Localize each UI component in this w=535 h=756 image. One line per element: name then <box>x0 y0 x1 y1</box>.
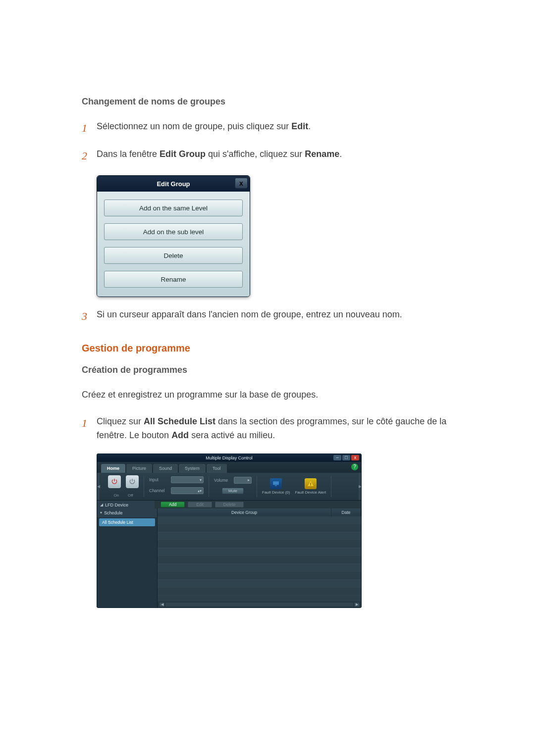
heading-change-group-names: Changement de noms de groupes <box>82 97 476 107</box>
svg-rect-2 <box>310 483 311 485</box>
grid-row <box>158 540 361 548</box>
input-select[interactable]: ▾ <box>171 476 204 483</box>
ribbon-group-fault: Fault Device (0) Fault Device Alert <box>257 476 331 497</box>
ribbon-group-power: On Off <box>101 476 144 497</box>
step-b1: 1 Cliquez sur All Schedule List dans la … <box>82 415 476 443</box>
ribbon: ◀ On Off <box>97 473 361 501</box>
step-number: 1 <box>82 415 97 443</box>
dialog-title: Edit Group <box>157 180 190 188</box>
schedule-add-button[interactable]: Add <box>160 502 185 507</box>
step-text: Cliquez sur All Schedule List dans la se… <box>97 415 476 443</box>
tree-schedule-label: Schedule <box>104 510 123 515</box>
step-number: 3 <box>82 308 97 325</box>
power-off-button[interactable] <box>126 475 139 488</box>
text: Sélectionnez un nom de groupe, puis cliq… <box>97 121 291 131</box>
volume-input[interactable]: ▸ <box>234 477 252 484</box>
add-same-level-button[interactable]: Add on the same Level <box>104 200 243 216</box>
step-number: 2 <box>82 148 97 164</box>
col-date[interactable]: Date <box>331 508 361 516</box>
scroll-right-icon[interactable]: ▶ <box>354 603 359 606</box>
grid-row <box>158 556 361 564</box>
step-text: Si un curseur apparaît dans l'ancien nom… <box>97 308 476 325</box>
svg-rect-3 <box>310 485 311 485</box>
grid-row <box>158 532 361 540</box>
fault-device-icon[interactable] <box>270 478 282 489</box>
scroll-left-icon[interactable]: ◀ <box>160 603 164 606</box>
power-icon <box>110 478 118 486</box>
tab-picture[interactable]: Picture <box>126 464 152 473</box>
window-maximize-button[interactable]: □ <box>342 455 350 460</box>
power-icon <box>128 478 136 486</box>
tree-lfd-device[interactable]: ◢ LFD Device <box>97 501 155 509</box>
input-label: Input <box>149 477 169 482</box>
volume-label: Volume <box>214 478 232 483</box>
intro-text: Créez et enregistrez un programme sur la… <box>82 388 476 402</box>
label-off: Off <box>128 493 133 498</box>
label-on: On <box>113 493 119 498</box>
step-text: Dans la fenêtre Edit Group qui s'affiche… <box>97 148 476 164</box>
warning-icon <box>307 480 314 487</box>
dialog-close-button[interactable]: x <box>235 178 248 189</box>
monitor-icon <box>272 481 279 487</box>
power-on-button[interactable] <box>108 475 121 488</box>
mdc-title: Multiple Display Control <box>206 455 253 460</box>
expand-icon: ◢ <box>100 503 103 507</box>
collapse-icon: ▾ <box>100 510 102 515</box>
fault-alert-icon[interactable] <box>305 478 317 489</box>
dialog-title-bar: Edit Group x <box>97 176 250 192</box>
schedule-edit-button[interactable]: Edit <box>188 502 212 507</box>
fault-device-label: Fault Device (0) <box>262 490 290 495</box>
channel-stepper[interactable]: ▴▾ <box>171 487 204 494</box>
schedule-delete-button[interactable]: Delete <box>215 502 244 507</box>
svg-rect-1 <box>275 485 277 486</box>
tab-home[interactable]: Home <box>101 464 125 473</box>
delete-button[interactable]: Delete <box>104 247 243 264</box>
text: Cliquez sur <box>97 416 144 426</box>
grid-row <box>158 564 361 572</box>
channel-label: Channel <box>149 488 169 493</box>
ribbon-left-handle[interactable]: ◀ <box>97 473 100 500</box>
help-button[interactable]: ? <box>351 463 358 470</box>
mdc-window: Multiple Display Control – □ x Home Pict… <box>97 454 362 608</box>
tab-system[interactable]: System <box>179 464 206 473</box>
horizontal-scrollbar[interactable]: ◀ ▶ <box>158 602 361 607</box>
window-close-button[interactable]: x <box>351 455 359 460</box>
bold: Edit Group <box>160 149 206 159</box>
tree-lfd-label: LFD Device <box>105 503 128 507</box>
mute-button[interactable]: Mute <box>222 488 244 494</box>
heading-schedule-management: Gestion de programme <box>82 343 476 354</box>
mdc-title-bar: Multiple Display Control – □ x <box>97 454 361 462</box>
text: Dans la fenêtre <box>97 149 160 159</box>
grid-row <box>158 548 361 556</box>
tree-all-schedule-list[interactable]: All Schedule List <box>99 518 155 526</box>
text: . <box>308 121 311 131</box>
grid-row <box>158 580 361 588</box>
grid-row <box>158 588 361 596</box>
grid-row <box>158 572 361 580</box>
left-tree: ◢ LFD Device ▾ Schedule All Schedule Lis… <box>97 508 158 607</box>
grid-header: Device Group Date <box>158 508 361 516</box>
tree-schedule[interactable]: ▾ Schedule <box>97 508 157 517</box>
svg-rect-0 <box>273 481 279 485</box>
col-device-group[interactable]: Device Group <box>158 508 331 516</box>
scroll-track[interactable] <box>165 603 353 606</box>
bold: Rename <box>305 149 339 159</box>
text: sera activé au milieu. <box>189 430 275 440</box>
step-2: 2 Dans la fenêtre Edit Group qui s'affic… <box>82 148 476 164</box>
tab-sound[interactable]: Sound <box>153 464 178 473</box>
step-number: 1 <box>82 120 97 137</box>
ribbon-right-handle[interactable]: ▶ <box>359 473 361 500</box>
rename-button[interactable]: Rename <box>104 271 243 288</box>
bold: All Schedule List <box>144 416 215 426</box>
tab-tool[interactable]: Tool <box>207 464 227 473</box>
window-minimize-button[interactable]: – <box>333 455 341 460</box>
fault-alert-label: Fault Device Alert <box>295 490 326 495</box>
grid-row <box>158 524 361 532</box>
grid-rows <box>158 516 361 602</box>
step-3: 3 Si un curseur apparaît dans l'ancien n… <box>82 308 476 325</box>
add-sub-level-button[interactable]: Add on the sub level <box>104 223 243 240</box>
grid-row <box>158 516 361 524</box>
heading-create-schedules: Création de programmes <box>82 365 476 375</box>
ribbon-group-volume: Volume ▸ Mute <box>209 476 257 497</box>
step-text: Sélectionnez un nom de groupe, puis cliq… <box>97 120 476 137</box>
